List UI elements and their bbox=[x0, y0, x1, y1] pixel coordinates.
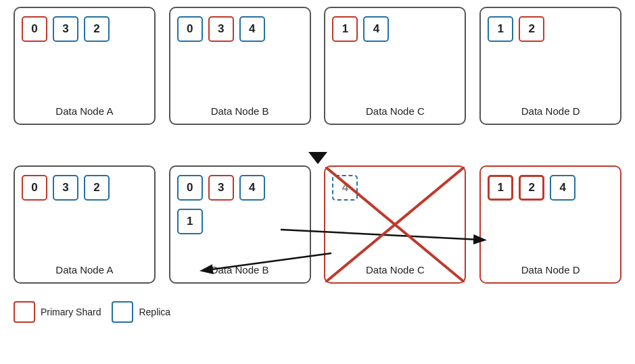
top-node-a: 0 3 2 Data Node A bbox=[14, 7, 156, 125]
legend-primary: Primary Shard bbox=[14, 301, 101, 323]
bottom-d-shard-1: 1 bbox=[488, 175, 513, 201]
bottom-d-shard-4: 4 bbox=[550, 175, 575, 201]
bottom-c-shard-4: 4 bbox=[332, 175, 358, 201]
top-c-shards: 1 4 bbox=[332, 16, 389, 42]
shard-0-replica: 0 bbox=[177, 16, 203, 42]
bottom-shard-3-replica: 3 bbox=[53, 175, 78, 201]
shard-0-primary: 0 bbox=[22, 16, 47, 42]
main-container: 0 3 2 Data Node A 0 3 4 Data Node B 1 4 … bbox=[0, 0, 635, 364]
shard-4-replica-c: 4 bbox=[363, 16, 389, 42]
top-row: 0 3 2 Data Node A 0 3 4 Data Node B 1 4 … bbox=[7, 7, 628, 138]
bottom-d-shards: 1 2 4 bbox=[488, 175, 575, 201]
bottom-shard-0-primary: 0 bbox=[22, 175, 47, 201]
bottom-node-b: 0 3 4 1 Data Node B bbox=[169, 165, 311, 284]
bottom-b-shard-1: 1 bbox=[177, 209, 203, 234]
shard-2-primary: 2 bbox=[519, 16, 544, 42]
top-node-b: 0 3 4 Data Node B bbox=[169, 7, 311, 125]
bottom-row: 0 3 2 Data Node A 0 3 4 1 Data Node B 4 … bbox=[7, 165, 628, 297]
bottom-node-c-label: Data Node C bbox=[325, 264, 465, 276]
shard-3-replica: 3 bbox=[53, 16, 78, 42]
shard-2-replica: 2 bbox=[84, 16, 110, 42]
bottom-b-shard-3: 3 bbox=[208, 175, 234, 201]
bottom-node-a-label: Data Node A bbox=[15, 264, 154, 276]
bottom-node-a: 0 3 2 Data Node A bbox=[14, 165, 156, 284]
bottom-node-d-label: Data Node D bbox=[481, 264, 620, 276]
top-node-c: 1 4 Data Node C bbox=[324, 7, 466, 125]
bottom-b-shards-row2: 1 bbox=[177, 209, 203, 234]
top-node-d-label: Data Node D bbox=[481, 105, 620, 117]
bottom-node-d: 1 2 4 Data Node D bbox=[479, 165, 621, 284]
top-node-d: 1 2 Data Node D bbox=[479, 7, 621, 125]
shard-4-replica: 4 bbox=[239, 16, 265, 42]
bottom-node-c: 4 Data Node C bbox=[324, 165, 466, 284]
bottom-d-shard-2: 2 bbox=[519, 175, 544, 201]
legend-replica-box bbox=[112, 301, 133, 323]
bottom-b-shard-4: 4 bbox=[239, 175, 265, 201]
shard-1-replica: 1 bbox=[488, 16, 513, 42]
top-node-c-label: Data Node C bbox=[325, 105, 465, 117]
legend: Primary Shard Replica bbox=[7, 301, 628, 323]
legend-replica: Replica bbox=[112, 301, 170, 323]
arrow-head bbox=[308, 152, 327, 164]
legend-primary-label: Primary Shard bbox=[41, 307, 101, 317]
top-node-b-label: Data Node B bbox=[170, 105, 310, 117]
bottom-shard-2-replica: 2 bbox=[84, 175, 110, 201]
bottom-a-shards: 0 3 2 bbox=[22, 175, 110, 201]
bottom-b-shards-row1: 0 3 4 bbox=[177, 175, 265, 201]
top-b-shards: 0 3 4 bbox=[177, 16, 265, 42]
bottom-node-b-label: Data Node B bbox=[170, 264, 310, 276]
top-node-a-label: Data Node A bbox=[15, 105, 154, 117]
shard-3-primary: 3 bbox=[208, 16, 234, 42]
top-a-shards: 0 3 2 bbox=[22, 16, 110, 42]
bottom-c-shards: 4 bbox=[332, 175, 358, 201]
down-arrow-container bbox=[7, 138, 628, 165]
bottom-b-shard-0: 0 bbox=[177, 175, 203, 201]
shard-1-primary: 1 bbox=[332, 16, 358, 42]
legend-primary-box bbox=[14, 301, 35, 323]
top-d-shards: 1 2 bbox=[488, 16, 544, 42]
legend-replica-label: Replica bbox=[139, 307, 170, 317]
